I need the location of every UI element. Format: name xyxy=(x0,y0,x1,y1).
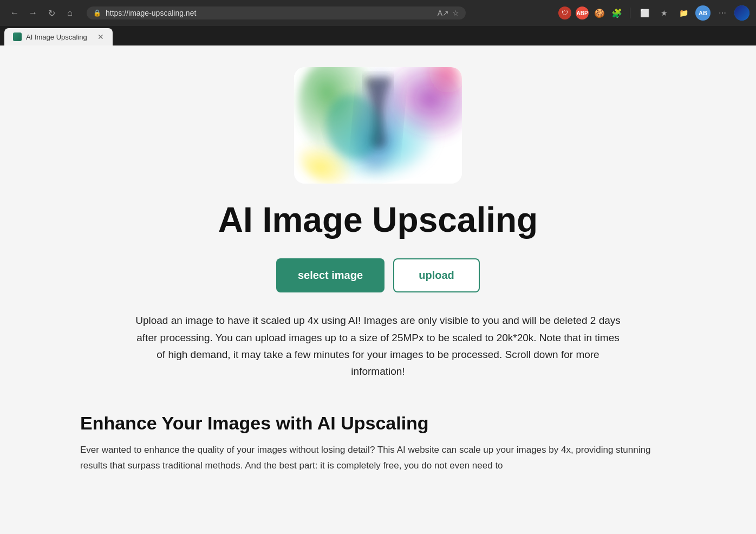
forward-button[interactable]: → xyxy=(25,5,41,21)
avatar-icon[interactable] xyxy=(734,5,750,21)
tab-favicon xyxy=(13,32,22,41)
upload-button[interactable]: upload xyxy=(393,258,480,292)
divider xyxy=(630,8,630,18)
address-bar[interactable]: 🔒 https://image-upscaling.net A↗ ☆ xyxy=(87,6,466,19)
tab-title-text: AI Image Upscaling xyxy=(26,33,93,41)
tab-bar: AI Image Upscaling ✕ xyxy=(0,26,756,45)
shield-red-icon[interactable]: 🛡 xyxy=(558,6,571,19)
bookmark-icon: ☆ xyxy=(452,9,459,17)
section-title: Enhance Your Images with AI Upscaling xyxy=(80,413,676,434)
active-tab[interactable]: AI Image Upscaling ✕ xyxy=(4,28,113,45)
tab-close-button[interactable]: ✕ xyxy=(97,33,104,41)
browser-chrome: ← → ↻ ⌂ 🔒 https://image-upscaling.net A↗… xyxy=(0,0,756,26)
home-button[interactable]: ⌂ xyxy=(62,5,78,21)
select-image-button[interactable]: select image xyxy=(276,258,384,292)
more-icon[interactable]: ⋯ xyxy=(715,5,730,21)
back-button[interactable]: ← xyxy=(6,5,23,21)
reload-button[interactable]: ↻ xyxy=(43,5,60,21)
toolbar-right: 🛡 ABP 🍪 🧩 ⬜ ★ 📁 AB ⋯ xyxy=(558,5,750,21)
profile-icon[interactable]: AB xyxy=(695,5,711,21)
url-text: https://image-upscaling.net xyxy=(106,9,433,17)
cookie-icon[interactable]: 🍪 xyxy=(593,6,606,19)
sidebar-icon[interactable]: ⬜ xyxy=(637,5,652,21)
main-title: AI Image Upscaling xyxy=(218,201,538,239)
smoke-svg xyxy=(294,67,462,184)
address-bar-icons: A↗ ☆ xyxy=(438,9,459,17)
buttons-row: select image upload xyxy=(276,258,480,292)
puzzle-icon[interactable]: 🧩 xyxy=(610,6,623,19)
translate-icon: A↗ xyxy=(438,9,449,17)
hero-image xyxy=(294,67,462,184)
page-content: AI Image Upscaling select image upload U… xyxy=(0,45,756,534)
section-text: Ever wanted to enhance the quality of yo… xyxy=(80,442,676,474)
lock-icon: 🔒 xyxy=(93,9,101,17)
abp-icon[interactable]: ABP xyxy=(576,6,589,19)
description-text: Upload an image to have it scaled up 4x … xyxy=(134,312,622,380)
favorites-icon[interactable]: ★ xyxy=(656,5,672,21)
nav-buttons: ← → ↻ ⌂ xyxy=(6,5,78,21)
collections-icon[interactable]: 📁 xyxy=(676,5,691,21)
